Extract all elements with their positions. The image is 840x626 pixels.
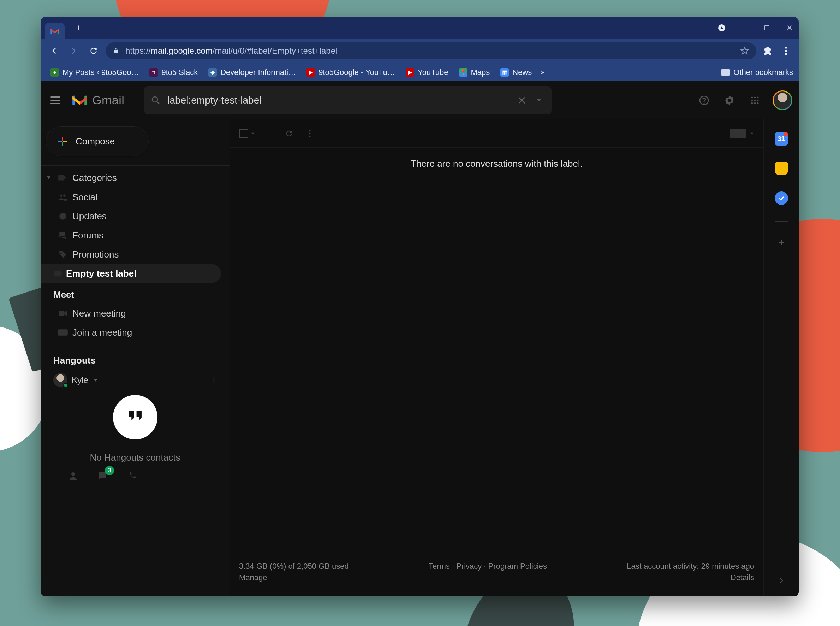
extensions-button[interactable] bbox=[760, 44, 775, 58]
svg-point-4 bbox=[785, 53, 787, 55]
input-tools-button[interactable] bbox=[730, 128, 746, 138]
footer: 3.34 GB (0%) of 2,050 GB used Manage Ter… bbox=[230, 553, 763, 596]
presence-dot-icon bbox=[63, 383, 68, 388]
svg-point-23 bbox=[309, 136, 311, 138]
categories-label: Categories bbox=[72, 172, 117, 183]
sidebar-item-social[interactable]: Social bbox=[41, 188, 230, 207]
terms-link[interactable]: Terms bbox=[429, 562, 450, 571]
empty-state-text: There are no conversations with this lab… bbox=[230, 148, 763, 180]
label-icon bbox=[53, 268, 64, 279]
incognito-indicator-icon bbox=[717, 23, 727, 33]
sidebar-item-new-meeting[interactable]: New meeting bbox=[41, 304, 230, 323]
compose-button[interactable]: Compose bbox=[45, 127, 149, 156]
brand-text: Gmail bbox=[92, 93, 124, 107]
calendar-app-button[interactable]: 31 bbox=[775, 132, 788, 146]
search-bar bbox=[144, 86, 551, 114]
bookmark-item[interactable]: ▶9to5Google - YouTu… bbox=[302, 66, 399, 79]
bookmark-item[interactable]: ⌗9to5 Slack bbox=[145, 66, 202, 79]
svg-point-9 bbox=[751, 97, 753, 98]
keyboard-icon bbox=[58, 327, 68, 338]
bookmark-item[interactable]: ◆Developer Informati… bbox=[204, 66, 300, 79]
svg-point-12 bbox=[751, 99, 753, 101]
hangouts-tabs: 3 bbox=[41, 463, 230, 488]
svg-rect-0 bbox=[742, 30, 746, 30]
search-options-button[interactable] bbox=[533, 97, 545, 103]
chrome-menu-button[interactable] bbox=[779, 46, 793, 56]
get-addons-button[interactable] bbox=[777, 238, 786, 247]
user-avatar bbox=[53, 373, 67, 387]
video-icon bbox=[58, 308, 68, 319]
hangouts-logo-icon bbox=[113, 395, 158, 440]
bookmarks-overflow-button[interactable]: » bbox=[541, 69, 544, 76]
search-icon[interactable] bbox=[150, 95, 161, 106]
keep-app-button[interactable] bbox=[775, 162, 788, 175]
details-link[interactable]: Details bbox=[627, 573, 754, 582]
hangouts-heading: Hangouts bbox=[41, 349, 230, 369]
google-apps-button[interactable] bbox=[747, 92, 763, 108]
forward-button[interactable] bbox=[66, 43, 81, 59]
reload-button[interactable] bbox=[86, 43, 101, 59]
search-input[interactable] bbox=[167, 95, 511, 106]
gmail-app: Gmail Compose bbox=[41, 81, 799, 596]
url-text: https://mail.google.com/mail/u/0/#label/… bbox=[125, 46, 337, 56]
settings-button[interactable] bbox=[722, 92, 737, 108]
svg-rect-1 bbox=[765, 26, 769, 30]
hangouts-contacts-tab[interactable] bbox=[65, 468, 81, 484]
manage-storage-link[interactable]: Manage bbox=[239, 573, 349, 582]
caret-down-icon bbox=[47, 176, 50, 179]
minimize-button[interactable] bbox=[739, 23, 749, 33]
policies-link[interactable]: Program Policies bbox=[488, 562, 547, 571]
svg-rect-19 bbox=[59, 310, 65, 316]
gmail-logo[interactable]: Gmail bbox=[72, 93, 124, 107]
hangouts-conversations-tab[interactable]: 3 bbox=[95, 468, 111, 484]
maximize-button[interactable] bbox=[762, 23, 772, 33]
sidebar-item-empty-test-label[interactable]: Empty test label bbox=[41, 264, 221, 283]
refresh-button[interactable] bbox=[282, 127, 296, 141]
sidebar-item-promotions[interactable]: Promotions bbox=[41, 245, 230, 264]
compose-plus-icon bbox=[56, 135, 69, 148]
support-button[interactable] bbox=[696, 92, 712, 108]
folder-icon bbox=[721, 69, 730, 76]
svg-point-13 bbox=[754, 99, 756, 101]
privacy-link[interactable]: Privacy bbox=[456, 562, 482, 571]
svg-point-11 bbox=[757, 97, 759, 98]
meet-heading: Meet bbox=[41, 283, 230, 304]
select-all-checkbox[interactable] bbox=[239, 129, 255, 138]
gmail-favicon-icon bbox=[50, 26, 60, 36]
lock-icon bbox=[112, 47, 120, 55]
new-conversation-button[interactable] bbox=[207, 373, 221, 387]
other-bookmarks-button[interactable]: Other bookmarks bbox=[721, 68, 793, 77]
more-button[interactable] bbox=[303, 127, 317, 141]
bookmark-item[interactable]: ▶YouTube bbox=[401, 66, 452, 79]
badge-count: 3 bbox=[105, 466, 114, 475]
sidebar-item-join-meeting[interactable]: Join a meeting bbox=[41, 323, 230, 342]
sidebar-item-updates[interactable]: Updates bbox=[41, 207, 230, 226]
svg-point-18 bbox=[59, 213, 66, 220]
sidebar: Compose Categories Social Updates Forums… bbox=[41, 119, 230, 596]
hangouts-calls-tab[interactable] bbox=[125, 468, 140, 484]
app-header: Gmail bbox=[41, 81, 799, 119]
new-tab-button[interactable] bbox=[71, 20, 86, 35]
clear-search-button[interactable] bbox=[517, 95, 527, 105]
tasks-app-button[interactable] bbox=[775, 191, 788, 205]
svg-rect-20 bbox=[58, 329, 68, 336]
main-menu-button[interactable] bbox=[47, 92, 64, 109]
svg-point-10 bbox=[754, 97, 756, 98]
categories-toggle[interactable]: Categories bbox=[41, 168, 230, 188]
active-tab[interactable] bbox=[45, 23, 65, 39]
back-button[interactable] bbox=[46, 43, 62, 59]
hide-side-panel-button[interactable] bbox=[778, 576, 785, 584]
caret-down-icon[interactable] bbox=[749, 131, 754, 136]
address-bar[interactable]: https://mail.google.com/mail/u/0/#label/… bbox=[106, 42, 756, 59]
bookmark-item[interactable]: ●My Posts ‹ 9to5Goo… bbox=[46, 66, 143, 79]
svg-point-14 bbox=[757, 99, 759, 101]
bookmark-item[interactable]: 📍Maps bbox=[455, 66, 494, 79]
browser-window: https://mail.google.com/mail/u/0/#label/… bbox=[41, 17, 799, 596]
bookmark-item[interactable]: ▦News bbox=[496, 66, 536, 79]
sidebar-item-forums[interactable]: Forums bbox=[41, 226, 230, 245]
bookmark-star-button[interactable] bbox=[740, 46, 749, 55]
hangouts-user-selector[interactable]: Kyle bbox=[41, 369, 230, 391]
close-window-button[interactable] bbox=[785, 23, 795, 33]
account-avatar[interactable] bbox=[773, 91, 792, 110]
hangouts-empty-text: No Hangouts contacts bbox=[41, 452, 230, 463]
